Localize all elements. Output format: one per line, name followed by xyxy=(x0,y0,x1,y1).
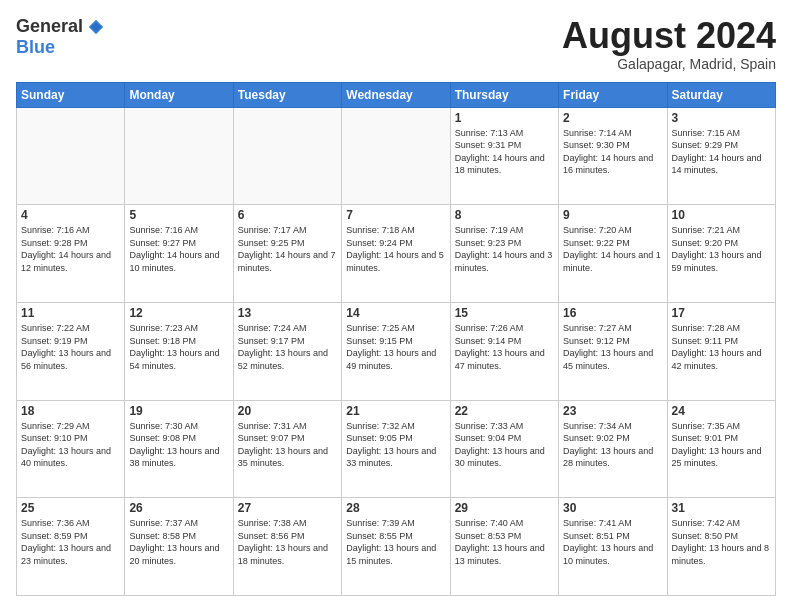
day-info: Sunrise: 7:36 AMSunset: 8:59 PMDaylight:… xyxy=(21,517,120,567)
calendar-day-26: 26Sunrise: 7:37 AMSunset: 8:58 PMDayligh… xyxy=(125,498,233,596)
day-number: 29 xyxy=(455,501,554,515)
day-number: 16 xyxy=(563,306,662,320)
calendar-header-friday: Friday xyxy=(559,82,667,107)
day-number: 2 xyxy=(563,111,662,125)
day-info: Sunrise: 7:14 AMSunset: 9:30 PMDaylight:… xyxy=(563,127,662,177)
day-info: Sunrise: 7:40 AMSunset: 8:53 PMDaylight:… xyxy=(455,517,554,567)
calendar-day-9: 9Sunrise: 7:20 AMSunset: 9:22 PMDaylight… xyxy=(559,205,667,303)
day-info: Sunrise: 7:26 AMSunset: 9:14 PMDaylight:… xyxy=(455,322,554,372)
day-number: 25 xyxy=(21,501,120,515)
day-number: 3 xyxy=(672,111,771,125)
day-info: Sunrise: 7:30 AMSunset: 9:08 PMDaylight:… xyxy=(129,420,228,470)
day-number: 22 xyxy=(455,404,554,418)
day-number: 31 xyxy=(672,501,771,515)
logo-blue-text: Blue xyxy=(16,37,55,58)
calendar-day-4: 4Sunrise: 7:16 AMSunset: 9:28 PMDaylight… xyxy=(17,205,125,303)
day-number: 21 xyxy=(346,404,445,418)
calendar-day-30: 30Sunrise: 7:41 AMSunset: 8:51 PMDayligh… xyxy=(559,498,667,596)
calendar-day-12: 12Sunrise: 7:23 AMSunset: 9:18 PMDayligh… xyxy=(125,302,233,400)
calendar-header-sunday: Sunday xyxy=(17,82,125,107)
calendar-day-18: 18Sunrise: 7:29 AMSunset: 9:10 PMDayligh… xyxy=(17,400,125,498)
calendar-day-31: 31Sunrise: 7:42 AMSunset: 8:50 PMDayligh… xyxy=(667,498,775,596)
day-info: Sunrise: 7:16 AMSunset: 9:27 PMDaylight:… xyxy=(129,224,228,274)
day-number: 15 xyxy=(455,306,554,320)
calendar-day-15: 15Sunrise: 7:26 AMSunset: 9:14 PMDayligh… xyxy=(450,302,558,400)
day-info: Sunrise: 7:33 AMSunset: 9:04 PMDaylight:… xyxy=(455,420,554,470)
calendar-day-13: 13Sunrise: 7:24 AMSunset: 9:17 PMDayligh… xyxy=(233,302,341,400)
logo-general-text: General xyxy=(16,16,83,37)
calendar-day-empty-1 xyxy=(125,107,233,205)
calendar-week-4: 18Sunrise: 7:29 AMSunset: 9:10 PMDayligh… xyxy=(17,400,776,498)
calendar-day-24: 24Sunrise: 7:35 AMSunset: 9:01 PMDayligh… xyxy=(667,400,775,498)
logo-icon xyxy=(87,18,105,36)
day-number: 8 xyxy=(455,208,554,222)
day-info: Sunrise: 7:34 AMSunset: 9:02 PMDaylight:… xyxy=(563,420,662,470)
title-area: August 2024 Galapagar, Madrid, Spain xyxy=(562,16,776,72)
day-info: Sunrise: 7:39 AMSunset: 8:55 PMDaylight:… xyxy=(346,517,445,567)
calendar-day-8: 8Sunrise: 7:19 AMSunset: 9:23 PMDaylight… xyxy=(450,205,558,303)
day-info: Sunrise: 7:37 AMSunset: 8:58 PMDaylight:… xyxy=(129,517,228,567)
day-number: 28 xyxy=(346,501,445,515)
calendar-header-row: SundayMondayTuesdayWednesdayThursdayFrid… xyxy=(17,82,776,107)
day-number: 20 xyxy=(238,404,337,418)
calendar-header-wednesday: Wednesday xyxy=(342,82,450,107)
day-number: 11 xyxy=(21,306,120,320)
calendar-day-28: 28Sunrise: 7:39 AMSunset: 8:55 PMDayligh… xyxy=(342,498,450,596)
logo: General Blue xyxy=(16,16,105,58)
calendar-day-29: 29Sunrise: 7:40 AMSunset: 8:53 PMDayligh… xyxy=(450,498,558,596)
day-number: 1 xyxy=(455,111,554,125)
day-number: 18 xyxy=(21,404,120,418)
day-info: Sunrise: 7:19 AMSunset: 9:23 PMDaylight:… xyxy=(455,224,554,274)
calendar-header-saturday: Saturday xyxy=(667,82,775,107)
calendar-day-19: 19Sunrise: 7:30 AMSunset: 9:08 PMDayligh… xyxy=(125,400,233,498)
calendar-day-2: 2Sunrise: 7:14 AMSunset: 9:30 PMDaylight… xyxy=(559,107,667,205)
calendar-day-empty-3 xyxy=(342,107,450,205)
day-info: Sunrise: 7:22 AMSunset: 9:19 PMDaylight:… xyxy=(21,322,120,372)
day-info: Sunrise: 7:32 AMSunset: 9:05 PMDaylight:… xyxy=(346,420,445,470)
calendar-day-14: 14Sunrise: 7:25 AMSunset: 9:15 PMDayligh… xyxy=(342,302,450,400)
day-info: Sunrise: 7:25 AMSunset: 9:15 PMDaylight:… xyxy=(346,322,445,372)
calendar-week-2: 4Sunrise: 7:16 AMSunset: 9:28 PMDaylight… xyxy=(17,205,776,303)
day-number: 19 xyxy=(129,404,228,418)
calendar-day-5: 5Sunrise: 7:16 AMSunset: 9:27 PMDaylight… xyxy=(125,205,233,303)
calendar-week-3: 11Sunrise: 7:22 AMSunset: 9:19 PMDayligh… xyxy=(17,302,776,400)
calendar-header-monday: Monday xyxy=(125,82,233,107)
calendar-day-11: 11Sunrise: 7:22 AMSunset: 9:19 PMDayligh… xyxy=(17,302,125,400)
day-info: Sunrise: 7:27 AMSunset: 9:12 PMDaylight:… xyxy=(563,322,662,372)
day-info: Sunrise: 7:28 AMSunset: 9:11 PMDaylight:… xyxy=(672,322,771,372)
day-number: 24 xyxy=(672,404,771,418)
page: General Blue August 2024 Galapagar, Madr… xyxy=(0,0,792,612)
day-number: 12 xyxy=(129,306,228,320)
day-info: Sunrise: 7:42 AMSunset: 8:50 PMDaylight:… xyxy=(672,517,771,567)
calendar-day-25: 25Sunrise: 7:36 AMSunset: 8:59 PMDayligh… xyxy=(17,498,125,596)
day-info: Sunrise: 7:18 AMSunset: 9:24 PMDaylight:… xyxy=(346,224,445,274)
day-info: Sunrise: 7:20 AMSunset: 9:22 PMDaylight:… xyxy=(563,224,662,274)
month-year: August 2024 xyxy=(562,16,776,56)
calendar-day-3: 3Sunrise: 7:15 AMSunset: 9:29 PMDaylight… xyxy=(667,107,775,205)
day-info: Sunrise: 7:23 AMSunset: 9:18 PMDaylight:… xyxy=(129,322,228,372)
location: Galapagar, Madrid, Spain xyxy=(562,56,776,72)
day-info: Sunrise: 7:16 AMSunset: 9:28 PMDaylight:… xyxy=(21,224,120,274)
day-info: Sunrise: 7:15 AMSunset: 9:29 PMDaylight:… xyxy=(672,127,771,177)
calendar-day-empty-2 xyxy=(233,107,341,205)
day-info: Sunrise: 7:35 AMSunset: 9:01 PMDaylight:… xyxy=(672,420,771,470)
calendar-day-16: 16Sunrise: 7:27 AMSunset: 9:12 PMDayligh… xyxy=(559,302,667,400)
day-info: Sunrise: 7:13 AMSunset: 9:31 PMDaylight:… xyxy=(455,127,554,177)
calendar-header-thursday: Thursday xyxy=(450,82,558,107)
day-number: 5 xyxy=(129,208,228,222)
calendar-day-27: 27Sunrise: 7:38 AMSunset: 8:56 PMDayligh… xyxy=(233,498,341,596)
day-info: Sunrise: 7:17 AMSunset: 9:25 PMDaylight:… xyxy=(238,224,337,274)
day-info: Sunrise: 7:21 AMSunset: 9:20 PMDaylight:… xyxy=(672,224,771,274)
calendar-day-1: 1Sunrise: 7:13 AMSunset: 9:31 PMDaylight… xyxy=(450,107,558,205)
day-info: Sunrise: 7:31 AMSunset: 9:07 PMDaylight:… xyxy=(238,420,337,470)
calendar-day-23: 23Sunrise: 7:34 AMSunset: 9:02 PMDayligh… xyxy=(559,400,667,498)
day-number: 10 xyxy=(672,208,771,222)
day-info: Sunrise: 7:24 AMSunset: 9:17 PMDaylight:… xyxy=(238,322,337,372)
day-info: Sunrise: 7:29 AMSunset: 9:10 PMDaylight:… xyxy=(21,420,120,470)
day-number: 7 xyxy=(346,208,445,222)
calendar-day-10: 10Sunrise: 7:21 AMSunset: 9:20 PMDayligh… xyxy=(667,205,775,303)
day-number: 27 xyxy=(238,501,337,515)
calendar-week-1: 1Sunrise: 7:13 AMSunset: 9:31 PMDaylight… xyxy=(17,107,776,205)
day-number: 14 xyxy=(346,306,445,320)
day-number: 9 xyxy=(563,208,662,222)
